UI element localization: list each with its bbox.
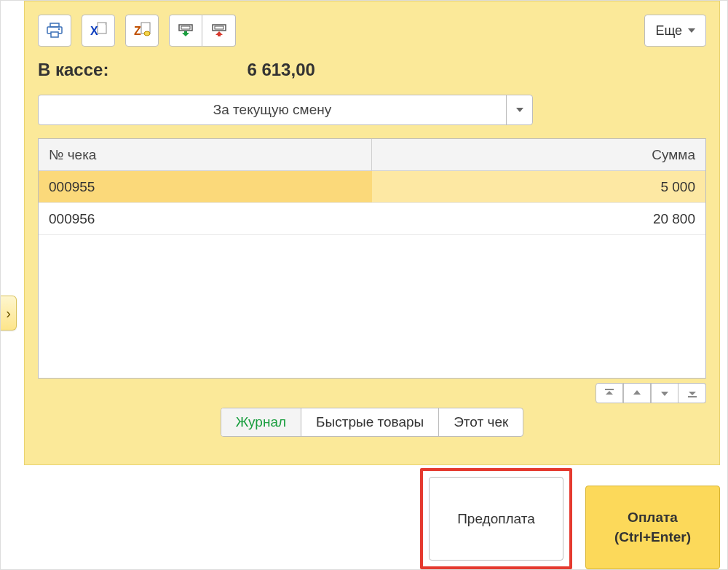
go-first-button[interactable]: [596, 383, 623, 403]
go-down-button[interactable]: [651, 383, 678, 403]
receipt-journal-panel: X Z: [24, 1, 720, 465]
table-header: № чека Сумма: [39, 139, 705, 171]
table-body: 0009555 00000095620 800: [39, 171, 705, 378]
cash-balance-value: 6 613,00: [247, 60, 314, 80]
svg-rect-10: [181, 26, 190, 29]
table-row[interactable]: 0009555 000: [39, 171, 705, 203]
cash-out-icon: [210, 23, 228, 38]
shift-filter-value: За текущую смену: [39, 95, 506, 124]
go-last-button[interactable]: [678, 383, 706, 403]
go-down-icon: [660, 389, 669, 397]
receipts-table: № чека Сумма 0009555 00000095620 800: [38, 138, 706, 379]
tab-this-receipt[interactable]: Этот чек: [439, 408, 523, 436]
svg-rect-2: [51, 32, 58, 37]
cash-balance-row: В кассе: 6 613,00: [38, 60, 706, 80]
tab-journal[interactable]: Журнал: [221, 408, 301, 436]
print-button[interactable]: [38, 15, 71, 47]
view-tabs: Журнал Быстрые товары Этот чек: [221, 408, 524, 437]
cell-sum: 20 800: [372, 211, 705, 227]
chevron-down-icon: [688, 28, 695, 33]
table-row[interactable]: 00095620 800: [39, 203, 705, 235]
tab-quick-goods[interactable]: Быстрые товары: [301, 408, 439, 436]
payment-label-line2: (Ctrl+Enter): [614, 528, 691, 547]
shift-filter-arrow: [506, 95, 532, 124]
toolbar: X Z: [38, 15, 706, 47]
row-nav-buttons: [38, 383, 706, 403]
z-report-icon: Z: [132, 22, 151, 39]
cell-number: 000956: [39, 203, 372, 234]
cash-in-button[interactable]: [169, 15, 202, 47]
cash-balance-label: В кассе:: [38, 60, 108, 80]
svg-rect-12: [215, 26, 223, 29]
printer-icon: [46, 23, 63, 39]
z-report-button[interactable]: Z: [125, 15, 159, 47]
cash-out-button[interactable]: [202, 15, 236, 47]
bottom-action-buttons: Предоплата Оплата (Ctrl+Enter): [420, 468, 720, 569]
more-menu-button[interactable]: Еще: [644, 15, 706, 47]
prepayment-highlight: Предоплата: [420, 468, 572, 569]
svg-rect-14: [688, 396, 697, 397]
expand-panel-handle[interactable]: ›: [1, 296, 17, 330]
col-header-sum[interactable]: Сумма: [372, 147, 705, 163]
x-report-button[interactable]: X: [82, 15, 115, 47]
go-up-button[interactable]: [623, 383, 651, 403]
cell-number: 000955: [39, 171, 372, 202]
chevron-down-icon: [516, 108, 523, 112]
svg-text:Z: Z: [134, 25, 141, 37]
svg-point-7: [144, 31, 150, 36]
more-menu-label: Еще: [655, 23, 682, 39]
svg-text:X: X: [90, 25, 98, 37]
prepayment-label: Предоплата: [457, 511, 535, 527]
go-last-icon: [688, 389, 697, 397]
go-up-icon: [633, 389, 641, 397]
cell-sum: 5 000: [372, 179, 705, 195]
svg-rect-13: [605, 389, 614, 390]
x-report-icon: X: [89, 22, 108, 39]
shift-filter-select[interactable]: За текущую смену: [38, 95, 533, 125]
svg-point-3: [58, 28, 60, 30]
payment-button[interactable]: Оплата (Ctrl+Enter): [585, 486, 720, 569]
prepayment-button[interactable]: Предоплата: [429, 477, 563, 561]
payment-label-line1: Оплата: [628, 508, 678, 528]
cash-in-icon: [177, 23, 194, 38]
col-header-number[interactable]: № чека: [39, 139, 372, 170]
go-first-icon: [605, 389, 614, 397]
